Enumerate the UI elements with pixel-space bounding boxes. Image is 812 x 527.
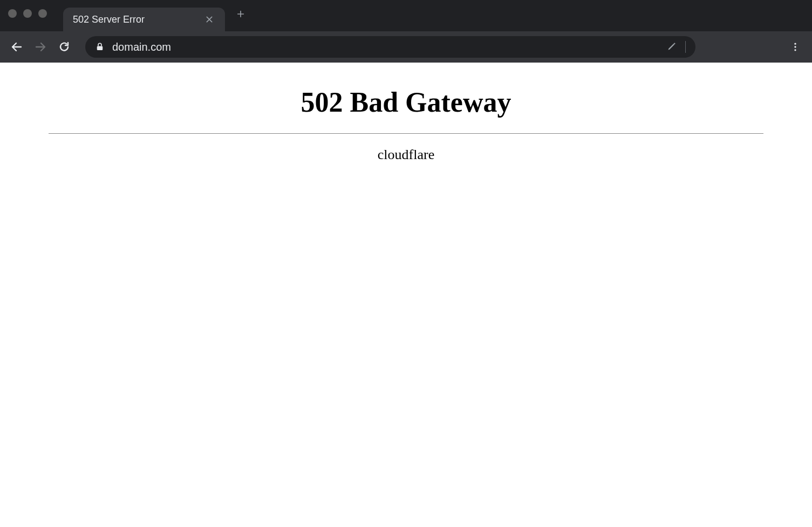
titlebar: 502 Server Error bbox=[0, 0, 812, 31]
close-icon bbox=[205, 15, 214, 24]
tab-title: 502 Server Error bbox=[73, 14, 196, 25]
window-maximize-button[interactable] bbox=[38, 9, 47, 18]
svg-point-1 bbox=[794, 43, 796, 45]
window-controls bbox=[8, 9, 47, 18]
arrow-right-icon bbox=[34, 40, 47, 53]
browser-tab[interactable]: 502 Server Error bbox=[63, 8, 225, 31]
lock-icon bbox=[95, 42, 105, 52]
svg-point-2 bbox=[794, 46, 796, 47]
browser-menu-button[interactable] bbox=[785, 37, 806, 57]
divider bbox=[49, 133, 763, 134]
close-tab-button[interactable] bbox=[203, 13, 215, 25]
reload-button[interactable] bbox=[54, 37, 74, 57]
back-button[interactable] bbox=[6, 37, 27, 57]
kebab-menu-icon bbox=[790, 42, 801, 52]
forward-button[interactable] bbox=[30, 37, 51, 57]
arrow-left-icon bbox=[10, 40, 23, 53]
browser-toolbar: domain.com bbox=[0, 31, 812, 63]
window-close-button[interactable] bbox=[8, 9, 17, 18]
window-minimize-button[interactable] bbox=[23, 9, 32, 18]
error-server-name: cloudflare bbox=[49, 147, 763, 163]
edit-icon[interactable] bbox=[667, 40, 678, 53]
address-bar-actions bbox=[667, 40, 686, 53]
browser-chrome: 502 Server Error domain.com bbox=[0, 0, 812, 63]
new-tab-button[interactable] bbox=[235, 8, 247, 20]
url-text[interactable]: domain.com bbox=[112, 41, 659, 53]
svg-point-3 bbox=[794, 49, 796, 51]
svg-rect-0 bbox=[97, 46, 103, 51]
reload-icon bbox=[58, 40, 71, 53]
divider bbox=[685, 41, 686, 53]
plus-icon bbox=[236, 10, 245, 18]
address-bar[interactable]: domain.com bbox=[85, 36, 695, 58]
page-content: 502 Bad Gateway cloudflare bbox=[0, 63, 812, 163]
error-heading: 502 Bad Gateway bbox=[49, 86, 763, 118]
